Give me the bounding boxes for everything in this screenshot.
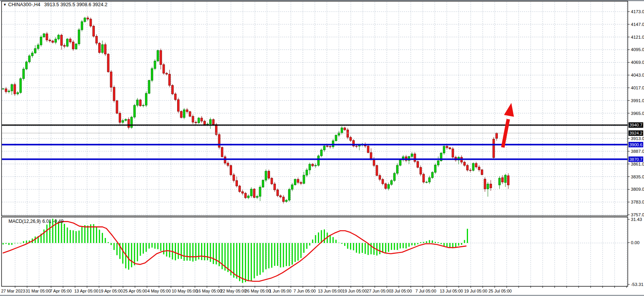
svg-text:31.43: 31.43 [631,217,642,222]
time-label: 19 Apr 05:00 [99,289,123,293]
time-label: 13 Apr 05:00 [74,289,98,293]
svg-text:0.00: 0.00 [631,240,639,245]
time-label: 10 May 05:00 [172,289,198,293]
price-axis[interactable]: 4173.04147.04121.04095.04069.04043.04017… [628,9,644,217]
svg-text:3870.7: 3870.7 [629,157,642,162]
svg-text:4173.0: 4173.0 [631,9,644,14]
svg-text:3861.0: 3861.0 [631,162,644,166]
time-label: 22 May 05:00 [220,289,246,293]
time-label: 1 Jun 05:00 [269,289,292,293]
time-label: 19 Jul 05:00 [464,289,487,293]
time-label: 19 Jun 05:00 [342,289,367,293]
macd-axis[interactable]: 31.430.00-53.31 [628,217,644,287]
svg-text:4121.0: 4121.0 [631,35,644,39]
macd-layer[interactable] [3,219,468,283]
svg-text:3924.2: 3924.2 [629,131,642,135]
time-label: 7 Jun 05:00 [294,289,316,293]
svg-text:4043.0: 4043.0 [631,73,644,77]
macd-indicator-label: MACD(12,26,9)6.01-0.49 [9,219,65,224]
time-label: 16 May 05:00 [196,289,222,293]
svg-text:3783.0: 3783.0 [631,200,644,204]
macd-name: MACD(12,26,9) [9,219,41,224]
svg-text:4095.0: 4095.0 [631,47,644,52]
mt4-chart-window: 4173.04147.04121.04095.04069.04043.04017… [0,0,644,296]
time-label: 25 Jul 05:00 [489,289,512,293]
candles-layer[interactable] [2,16,509,204]
svg-text:3965.0: 3965.0 [631,111,644,116]
time-label: 31 Mar 05:00 [26,289,51,293]
time-label: 27 Jun 05:00 [367,289,391,293]
time-label: 25 Apr 05:00 [123,289,147,293]
symbol-dropdown-icon: ▼ [3,3,7,7]
time-label: 13 Jul 05:00 [440,289,463,293]
time-label: 13 Jun 05:00 [318,289,343,293]
svg-text:3887.0: 3887.0 [631,149,644,154]
svg-text:4069.0: 4069.0 [631,60,644,65]
macd-signal-value: -0.49 [53,219,63,224]
time-label: 3 Jul 05:00 [391,289,412,293]
time-label: 4 May 05:00 [147,289,171,293]
ohlc-readout: 3913.5 3925.5 3908.6 3924.2 [44,2,107,7]
chart-canvas[interactable]: 4173.04147.04121.04095.04069.04043.04017… [0,0,644,296]
svg-text:-53.31: -53.31 [631,282,644,287]
svg-text:3757.0: 3757.0 [631,212,644,217]
svg-text:4147.0: 4147.0 [631,22,644,27]
time-label: 7 Apr 05:00 [50,289,72,293]
symbol-timeframe-label: CHINA300-,H4 [8,2,40,7]
svg-text:3835.0: 3835.0 [631,175,644,179]
time-label: 27 Mar 2023 [1,289,25,293]
time-axis[interactable]: 27 Mar 202331 Mar 05:007 Apr 05:0013 Apr… [1,286,627,293]
svg-text:3809.0: 3809.0 [631,187,644,192]
time-label: 26 May 05:00 [245,289,271,293]
svg-text:3913.0: 3913.0 [631,136,644,141]
svg-text:3940.7: 3940.7 [629,123,642,127]
svg-text:3900.6: 3900.6 [629,142,642,147]
svg-text:3991.0: 3991.0 [631,98,644,103]
macd-main-value: 6.01 [42,219,51,224]
time-label: 7 Jul 05:00 [415,289,436,293]
svg-text:4017.0: 4017.0 [631,86,644,90]
chart-title: ▼CHINA300-,H43913.5 3925.5 3908.6 3924.2 [3,2,108,7]
